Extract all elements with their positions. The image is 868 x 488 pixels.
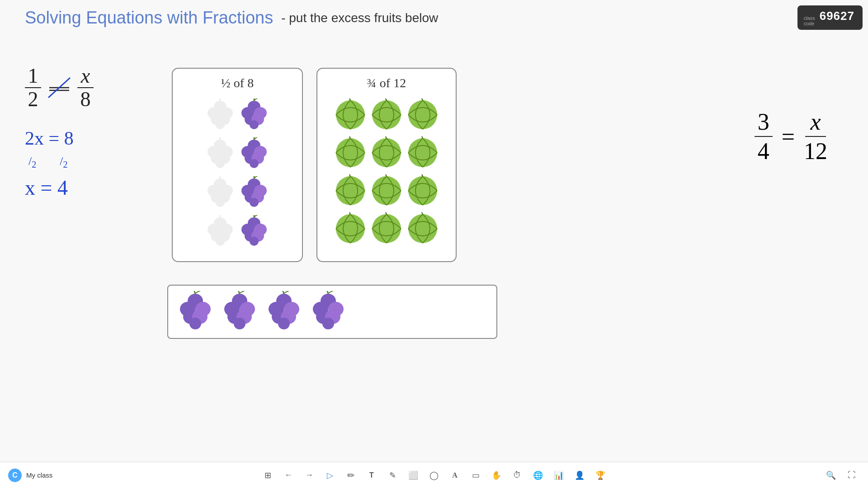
- svg-line-70: [421, 136, 423, 138]
- textbox-button[interactable]: A: [445, 465, 465, 485]
- svg-point-81: [408, 214, 437, 243]
- page-subtitle: - put the excess fruits below: [281, 11, 438, 25]
- svg-line-97: [283, 291, 284, 294]
- trophy-button[interactable]: 🏆: [590, 465, 610, 485]
- svg-line-80: [385, 212, 387, 214]
- brand-icon: C: [8, 469, 22, 482]
- zoom-button[interactable]: 🔍: [823, 467, 839, 483]
- fraction-x-8: x 8: [77, 66, 94, 110]
- svg-line-60: [349, 99, 350, 100]
- forward-button[interactable]: →: [299, 465, 319, 485]
- grape-gray-2: [206, 137, 235, 172]
- svg-point-63: [408, 100, 437, 129]
- threequarters-of-12-box: ¾ of 12: [316, 68, 457, 262]
- timer-button[interactable]: ⏱: [507, 465, 527, 485]
- excess-grape-3: [266, 291, 302, 333]
- step1-sub: /2 /2: [28, 155, 94, 170]
- svg-point-73: [372, 176, 401, 205]
- half-of-8-box: ½ of 8: [172, 68, 303, 262]
- cursor-button[interactable]: ▷: [320, 465, 340, 485]
- svg-point-65: [336, 138, 365, 167]
- toolbar-right: 🔍 ⛶: [823, 467, 860, 483]
- svg-point-22: [216, 159, 225, 168]
- step2-label: x = 4: [25, 174, 94, 202]
- svg-point-59: [336, 100, 365, 129]
- left-math-area: 1 2 x 8 2x = 8 /2 /2 x = 4: [25, 66, 94, 202]
- melon-8: [370, 174, 403, 209]
- svg-line-76: [421, 174, 423, 176]
- frac-1-num: 1: [28, 66, 38, 86]
- right-frac-den: 4: [758, 138, 769, 164]
- svg-point-15: [250, 120, 259, 129]
- grid-button[interactable]: ⊞: [258, 465, 278, 485]
- melon-6: [406, 136, 439, 171]
- svg-line-78: [349, 212, 350, 214]
- eraser-button[interactable]: ⬜: [403, 465, 423, 485]
- svg-line-74: [385, 174, 387, 176]
- excess-fruit-box: [167, 285, 497, 339]
- page-title: Solving Equations with Fractions: [25, 8, 273, 28]
- svg-point-89: [189, 318, 201, 329]
- right-frac-x-12: x 12: [804, 108, 827, 164]
- melon-1: [334, 99, 367, 133]
- grape-color-2: [240, 137, 269, 172]
- melon-5: [370, 136, 403, 171]
- excess-grape-2: [222, 291, 258, 333]
- melon-2: [370, 99, 403, 133]
- grape-gray-1: [206, 99, 235, 133]
- melon-9: [406, 174, 439, 209]
- svg-line-104: [327, 291, 328, 294]
- box1-title: ½ of 8: [221, 76, 254, 90]
- box2-title: ¾ of 12: [367, 76, 406, 90]
- svg-point-75: [408, 176, 437, 205]
- melon-11: [370, 212, 403, 247]
- grape-color-3: [240, 176, 269, 211]
- svg-line-90: [238, 291, 240, 294]
- svg-point-69: [408, 138, 437, 167]
- svg-point-36: [216, 198, 225, 207]
- frac-1-den: 2: [28, 89, 38, 110]
- text-tool-button[interactable]: T: [362, 465, 382, 485]
- svg-point-67: [372, 138, 401, 167]
- right-x-den: 12: [804, 138, 827, 164]
- hand-button[interactable]: ✋: [486, 465, 506, 485]
- chart-button[interactable]: 📊: [549, 465, 569, 485]
- svg-line-72: [349, 174, 350, 176]
- svg-point-77: [336, 214, 365, 243]
- melon-12: [406, 212, 439, 247]
- back-button[interactable]: ←: [278, 465, 298, 485]
- fruit-boxes-area: ½ of 8: [172, 68, 457, 262]
- grape-gray-4: [206, 215, 235, 249]
- svg-line-62: [385, 99, 387, 100]
- right-eq: =: [782, 123, 795, 150]
- frac-x-den: 8: [80, 89, 91, 110]
- fullscreen-button[interactable]: ⛶: [844, 467, 860, 483]
- globe-button[interactable]: 🌐: [528, 465, 548, 485]
- svg-point-103: [278, 318, 290, 329]
- melon-3: [406, 99, 439, 133]
- svg-point-43: [250, 198, 259, 207]
- svg-point-29: [250, 159, 259, 168]
- svg-line-64: [421, 99, 423, 100]
- pen-button[interactable]: ✏: [341, 465, 361, 485]
- svg-point-50: [216, 237, 225, 246]
- screen-button[interactable]: ▭: [466, 465, 486, 485]
- right-frac-3-4: 3 4: [755, 108, 773, 164]
- grape-color-4: [240, 215, 269, 249]
- svg-line-66: [349, 136, 350, 138]
- melon-10: [334, 212, 367, 247]
- melon-4: [334, 136, 367, 171]
- svg-point-71: [336, 176, 365, 205]
- svg-line-68: [385, 136, 387, 138]
- right-math-area: 3 4 = x 12: [755, 108, 827, 164]
- excess-grape-1: [177, 291, 213, 333]
- person-button[interactable]: 👤: [570, 465, 590, 485]
- grape-color-1: [240, 99, 269, 133]
- svg-line-83: [194, 291, 195, 294]
- highlight-button[interactable]: ✎: [382, 465, 402, 485]
- fraction-1-2: 1 2: [25, 66, 41, 110]
- frac-x-num: x: [81, 66, 90, 86]
- svg-point-96: [234, 318, 245, 329]
- shape-button[interactable]: ◯: [424, 465, 444, 485]
- step1-label: 2x = 8: [25, 126, 94, 151]
